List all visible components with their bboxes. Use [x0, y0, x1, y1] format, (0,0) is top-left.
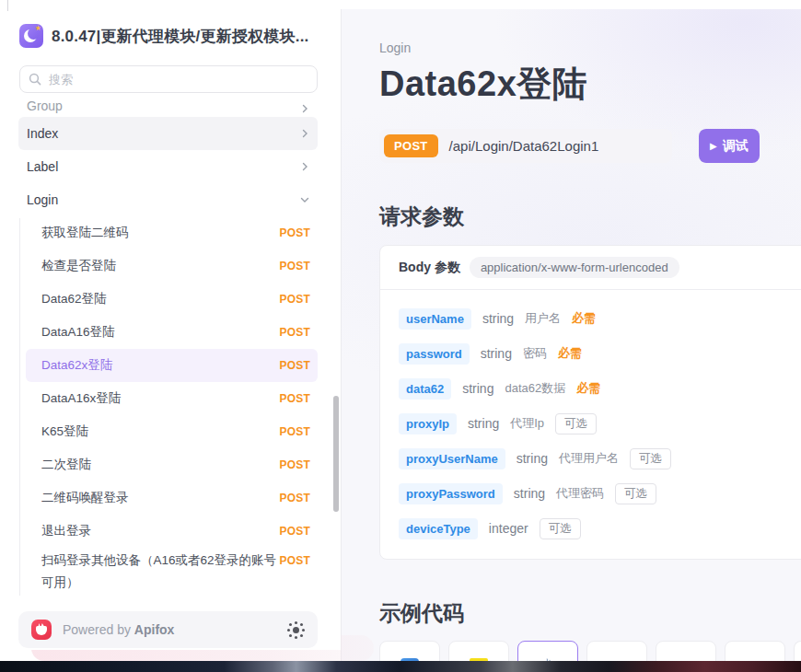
body-params-card: Body 参数 application/x-www-form-urlencode…: [379, 245, 801, 560]
sidebar-group-label: Index: [27, 126, 300, 141]
theme-toggle-sun-icon[interactable]: [293, 627, 299, 633]
param-row-proxyip: proxyIp string 代理Ip 可选: [399, 406, 801, 441]
param-type: string: [481, 346, 512, 361]
method-badge: POST: [280, 226, 310, 239]
method-badge: POST: [280, 359, 310, 372]
param-type: string: [482, 311, 514, 326]
sidebar-item-check-login[interactable]: 检查是否登陆 POST: [26, 249, 318, 283]
app-version-title: 8.0.47|更新代理模块/更新授权模块...: [52, 26, 309, 47]
body-params-label: Body 参数: [399, 260, 460, 276]
method-post-badge: POST: [384, 134, 438, 157]
sidebar-group-group[interactable]: Group: [18, 93, 318, 117]
param-type: string: [514, 486, 545, 501]
sidebar-group-label: Label: [27, 159, 300, 174]
window-edge-tick: [7, 0, 8, 11]
method-badge: POST: [280, 293, 310, 306]
param-name: deviceType: [399, 518, 478, 539]
method-badge: POST: [280, 525, 310, 538]
param-type: integer: [489, 521, 528, 536]
sidebar-group-login[interactable]: Login: [18, 183, 318, 216]
method-badge: POST: [280, 554, 310, 567]
sidebar-item-data62-login[interactable]: Data62登陆 POST: [26, 283, 318, 316]
param-name: userName: [399, 308, 471, 330]
sidebar-item-second-login[interactable]: 二次登陆 POST: [26, 448, 318, 481]
sidebar-group-index[interactable]: Index: [18, 117, 318, 150]
sidebar-item-dataa16-login[interactable]: DataA16登陆 POST: [26, 316, 318, 349]
method-badge: POST: [280, 260, 310, 272]
param-name: proxyUserName: [399, 448, 505, 469]
sidebar-item-data62x-login[interactable]: Data62x登陆 POST: [26, 349, 318, 382]
chevron-right-icon: [300, 104, 309, 113]
powered-by-footer: Powered by Apifox: [18, 611, 318, 648]
apifox-logo-icon: [31, 620, 52, 640]
sidebar-item-dataa16x-login[interactable]: DataA16x登陆 POST: [26, 382, 318, 415]
param-desc: 代理用户名: [559, 450, 619, 467]
param-desc: 密码: [523, 345, 547, 362]
method-badge: POST: [280, 458, 310, 471]
sidebar-item-k65-login[interactable]: K65登陆 POST: [26, 415, 318, 448]
param-type: string: [517, 451, 548, 466]
play-icon: ▶: [710, 142, 717, 151]
app-logo-moon-icon: ★: [19, 24, 43, 48]
app-header: ★ 8.0.47|更新代理模块/更新授权模块...: [19, 24, 322, 48]
param-desc: data62数据: [505, 380, 565, 397]
param-type: string: [462, 381, 493, 396]
method-badge: POST: [280, 392, 310, 405]
desktop-wallpaper-strip: [0, 661, 801, 672]
sidebar-scrollbar-thumb[interactable]: [333, 396, 339, 512]
method-badge: POST: [280, 425, 310, 438]
sidebar-item-qrcode-wake-login[interactable]: 二维码唤醒登录 POST: [26, 481, 318, 515]
sidebar-item-get-qrcode[interactable]: 获取登陆二维码 POST: [26, 216, 318, 249]
request-params-heading: 请求参数: [379, 203, 801, 231]
param-desc: 用户名: [525, 310, 561, 327]
param-row-proxypassword: proxyPassword string 代理密码 可选: [399, 476, 801, 511]
sidebar-item-logout[interactable]: 退出登录 POST: [26, 515, 318, 548]
param-list: userName string 用户名 必需 password string 密…: [380, 290, 801, 559]
sample-code-heading: 示例代码: [379, 599, 801, 628]
param-name: password: [399, 343, 470, 365]
chevron-right-icon: [300, 129, 309, 138]
sidebar-group-label-item[interactable]: Label: [18, 150, 318, 183]
endpoint-bar: POST /api/Login/Data62Login1: [379, 129, 672, 163]
apifox-brand: Apifox: [134, 622, 175, 637]
endpoint-row: POST /api/Login/Data62Login1 ▶ 调试: [379, 129, 801, 163]
page-title: Data62x登陆: [379, 64, 801, 104]
param-required-badge: 必需: [558, 345, 582, 362]
endpoint-path: /api/Login/Data62Login1: [449, 138, 599, 154]
body-params-header: Body 参数 application/x-www-form-urlencode…: [380, 246, 801, 290]
method-badge: POST: [280, 326, 310, 339]
chevron-right-icon: [300, 162, 309, 171]
param-type: string: [468, 416, 499, 431]
param-required-badge: 必需: [576, 380, 600, 397]
sidebar-item-scan-login-other-device[interactable]: 扫码登录其他设备（A16或者62登录的账号可用） POST: [26, 548, 318, 597]
sidebar-group-label: Group: [27, 98, 300, 113]
param-row-password: password string 密码 必需: [399, 336, 801, 371]
search-input[interactable]: [19, 65, 318, 93]
param-name: data62: [399, 378, 451, 400]
search-icon: [29, 73, 41, 89]
param-optional-badge: 可选: [630, 448, 671, 469]
param-desc: 代理Ip: [510, 415, 544, 432]
sidebar-group-label: Login: [27, 192, 300, 207]
param-name: proxyPassword: [399, 483, 503, 504]
param-desc: 代理密码: [556, 485, 604, 502]
breadcrumb: Login: [379, 41, 801, 55]
search-box[interactable]: [19, 65, 318, 93]
main-content: Login Data62x登陆 POST /api/Login/Data62Lo…: [342, 9, 801, 672]
content-type-pill: application/x-www-form-urlencoded: [470, 257, 679, 278]
param-row-data62: data62 string data62数据 必需: [399, 371, 801, 406]
sidebar-nav: Group Index Label Login 获取登陆二维码 POST 检查是…: [0, 93, 341, 597]
param-optional-badge: 可选: [555, 413, 597, 434]
param-row-devicetype: deviceType integer 可选: [399, 511, 801, 546]
login-children: 获取登陆二维码 POST 检查是否登陆 POST Data62登陆 POST D…: [0, 216, 341, 597]
method-badge: POST: [280, 492, 310, 504]
powered-by-text: Powered by: [63, 622, 131, 637]
tree-guide-line: [19, 218, 20, 596]
param-optional-badge: 可选: [540, 518, 581, 539]
param-name: proxyIp: [399, 413, 457, 434]
param-required-badge: 必需: [572, 310, 596, 327]
param-row-username: userName string 用户名 必需: [399, 301, 801, 336]
sidebar: ★ 8.0.47|更新代理模块/更新授权模块... Group Index La…: [0, 9, 341, 650]
chevron-down-icon: [300, 195, 309, 204]
debug-button[interactable]: ▶ 调试: [699, 129, 760, 163]
